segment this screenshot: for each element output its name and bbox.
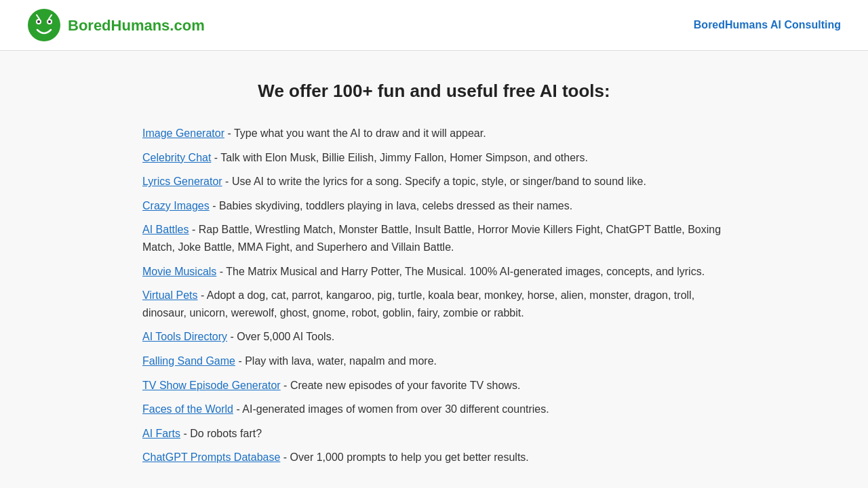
site-header: BoredHumans.com BoredHumans AI Consultin…: [0, 0, 868, 51]
tool-link[interactable]: TV Show Episode Generator: [142, 380, 281, 391]
main-content: We offer 100+ fun and useful free AI too…: [129, 78, 739, 466]
list-item: Lyrics Generator - Use AI to write the l…: [142, 173, 726, 190]
list-item: Faces of the World - AI-generated images…: [142, 401, 726, 418]
tool-link[interactable]: Crazy Images: [142, 200, 210, 211]
list-item: Falling Sand Game - Play with lava, wate…: [142, 352, 726, 370]
main-nav: BoredHumans AI Consulting: [694, 17, 841, 33]
tool-link[interactable]: Movie Musicals: [142, 266, 216, 277]
tool-link[interactable]: ChatGPT Prompts Database: [142, 451, 280, 463]
tool-link[interactable]: Image Generator: [142, 127, 224, 139]
tool-link[interactable]: AI Farts: [142, 428, 180, 439]
svg-point-0: [28, 9, 60, 41]
logo-area: BoredHumans.com: [27, 8, 205, 42]
svg-point-4: [48, 20, 51, 23]
tool-link[interactable]: Virtual Pets: [142, 289, 198, 301]
list-item: AI Tools Directory - Over 5,000 AI Tools…: [142, 328, 726, 346]
tool-link[interactable]: AI Tools Directory: [142, 331, 227, 342]
tools-list: Image Generator - Type what you want the…: [142, 125, 726, 466]
tool-link[interactable]: AI Battles: [142, 224, 189, 235]
logo-suffix: .com: [170, 17, 204, 34]
page-heading: We offer 100+ fun and useful free AI too…: [142, 78, 726, 104]
ai-consulting-link[interactable]: BoredHumans AI Consulting: [694, 19, 841, 30]
list-item: Movie Musicals - The Matrix Musical and …: [142, 263, 726, 281]
list-item: Virtual Pets - Adopt a dog, cat, parrot,…: [142, 287, 726, 321]
tool-link[interactable]: Lyrics Generator: [142, 176, 222, 187]
svg-point-3: [37, 20, 40, 23]
list-item: AI Battles - Rap Battle, Wrestling Match…: [142, 221, 726, 256]
list-item: Image Generator - Type what you want the…: [142, 125, 726, 142]
tool-link[interactable]: Falling Sand Game: [142, 355, 235, 367]
tool-link[interactable]: Faces of the World: [142, 403, 233, 415]
list-item: AI Farts - Do robots fart?: [142, 425, 726, 443]
logo-icon: [27, 8, 61, 42]
list-item: TV Show Episode Generator - Create new e…: [142, 377, 726, 394]
list-item: ChatGPT Prompts Database - Over 1,000 pr…: [142, 449, 726, 466]
list-item: Crazy Images - Babies skydiving, toddler…: [142, 197, 726, 215]
logo-text: BoredHumans.com: [68, 14, 205, 37]
tool-link[interactable]: Celebrity Chat: [142, 152, 211, 163]
list-item: Celebrity Chat - Talk with Elon Musk, Bi…: [142, 149, 726, 167]
logo-brand: BoredHumans: [68, 17, 170, 34]
